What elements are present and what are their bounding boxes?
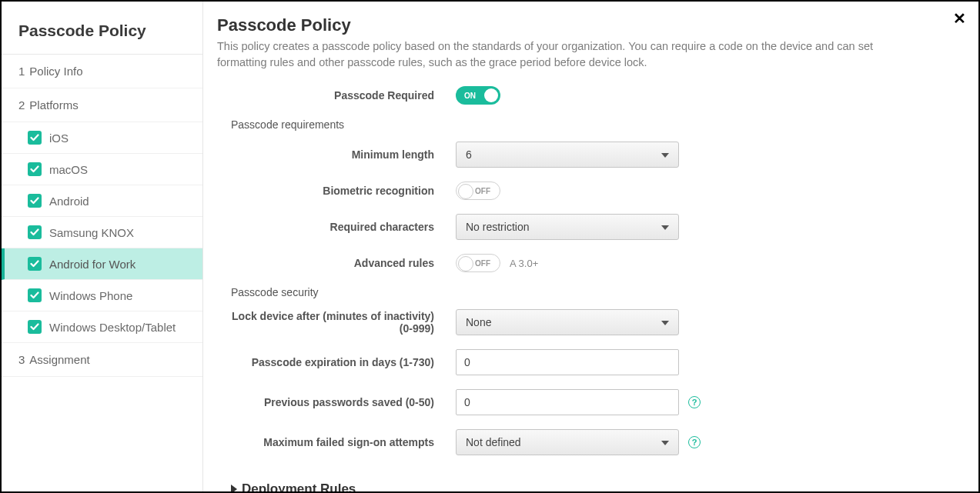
toggle-passcode-required[interactable]: ON [456,86,500,105]
platform-item-ios[interactable]: iOS [2,122,202,154]
page-description: This policy creates a passcode policy ba… [217,38,925,71]
platform-item-android-for-work[interactable]: Android for Work [2,248,202,280]
nav-number: 1 [18,65,25,78]
label-max-failed: Maximum failed sign-on attempts [217,436,456,448]
platform-label: Android [49,195,89,208]
platform-label: Android for Work [49,258,135,271]
label-min-length: Minimum length [217,148,456,161]
nav-assignment[interactable]: 3 Assignment [2,343,202,377]
advanced-rules-note: A 3.0+ [510,258,538,269]
select-required-chars[interactable]: No restriction [456,214,679,240]
checkbox-icon [28,288,42,302]
checkbox-icon [28,257,42,271]
deployment-rules-label: Deployment Rules [242,481,356,491]
platform-item-macos[interactable]: macOS [2,154,202,185]
section-requirements: Passcode requirements [231,118,954,131]
platform-label: Windows Desktop/Tablet [49,321,176,334]
nav-label: Assignment [29,353,89,366]
input-expiration[interactable] [456,349,679,375]
nav-platforms[interactable]: 2 Platforms [2,88,202,122]
input-prev-passwords[interactable] [456,389,679,415]
nav-policy-info[interactable]: 1 Policy Info [2,55,202,88]
platform-label: macOS [49,163,88,176]
label-prev-passwords: Previous passwords saved (0-50) [217,396,456,408]
triangle-right-icon [231,485,237,491]
nav-label: Platforms [29,98,78,112]
checkbox-icon [28,194,42,208]
content-panel: Passcode Policy This policy creates a pa… [203,2,978,491]
nav-label: Policy Info [29,65,82,78]
platform-item-windows-desktop-tablet[interactable]: Windows Desktop/Tablet [2,311,202,343]
section-security: Passcode security [231,286,954,298]
checkbox-icon [28,225,42,239]
label-passcode-required: Passcode Required [217,89,456,102]
select-value: None [466,316,491,328]
label-required-chars: Required characters [217,221,456,233]
toggle-text: ON [464,92,476,100]
nav-number: 3 [18,353,25,366]
toggle-text: OFF [475,259,490,268]
checkbox-icon [28,131,42,145]
deployment-rules-toggle[interactable]: Deployment Rules [217,481,954,491]
select-min-length[interactable]: 6 [456,142,679,168]
sidebar-title: Passcode Policy [2,2,202,55]
page-title: Passcode Policy [217,15,954,35]
sidebar: Passcode Policy 1 Policy Info 2 Platform… [2,2,203,491]
select-max-failed[interactable]: Not defined [456,429,679,455]
label-lock-after: Lock device after (minutes of inactivity… [217,310,456,335]
label-expiration: Passcode expiration in days (1-730) [217,356,456,368]
select-value: Not defined [466,436,521,448]
platform-label: Samsung KNOX [49,226,134,239]
select-value: No restriction [466,221,529,233]
label-biometric: Biometric recognition [217,185,456,197]
toggle-biometric[interactable]: OFF [456,182,500,200]
select-lock-after[interactable]: None [456,309,679,335]
label-advanced-rules: Advanced rules [217,257,456,269]
checkbox-icon [28,162,42,176]
help-icon[interactable]: ? [688,396,701,408]
platforms-list: iOSmacOSAndroidSamsung KNOXAndroid for W… [2,122,202,343]
select-value: 6 [466,148,472,161]
toggle-text: OFF [475,187,490,195]
platform-item-windows-phone[interactable]: Windows Phone [2,280,202,311]
platform-item-samsung-knox[interactable]: Samsung KNOX [2,217,202,248]
nav-number: 2 [18,98,25,112]
help-icon[interactable]: ? [688,436,701,448]
toggle-advanced-rules[interactable]: OFF [456,254,500,272]
platform-item-android[interactable]: Android [2,185,202,217]
close-icon[interactable]: ✕ [953,9,966,28]
checkbox-icon [28,320,42,334]
platform-label: iOS [49,132,69,145]
policy-window: ✕ Passcode Policy 1 Policy Info 2 Platfo… [0,0,980,493]
platform-label: Windows Phone [49,289,132,302]
